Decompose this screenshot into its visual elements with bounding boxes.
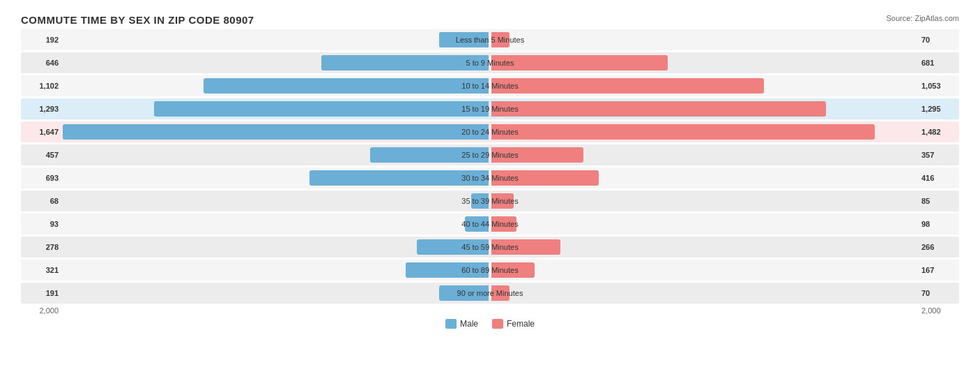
male-bar <box>417 239 489 255</box>
female-value: 357 <box>917 151 959 159</box>
female-value: 70 <box>917 36 959 44</box>
female-bar <box>491 124 875 140</box>
bars-center: 10 to 14 Minutes <box>63 75 917 96</box>
male-bar-wrap <box>63 147 490 163</box>
chart-row: 1,293 15 to 19 Minutes 1,295 <box>21 98 959 119</box>
male-bar <box>439 285 489 301</box>
female-bar <box>491 78 764 94</box>
chart-row: 646 5 to 9 Minutes 681 <box>21 52 959 73</box>
male-bar-wrap <box>63 78 490 94</box>
male-bar <box>406 262 489 278</box>
axis-right: 2,000 <box>917 306 959 315</box>
male-value: 93 <box>21 220 63 228</box>
source-label: Source: ZipAtlas.com <box>886 14 959 22</box>
male-value: 192 <box>21 36 63 44</box>
female-bar <box>491 262 535 278</box>
male-bar <box>465 216 489 232</box>
male-bar-wrap <box>63 170 490 186</box>
female-bar <box>491 170 599 186</box>
female-value: 167 <box>917 266 959 274</box>
chart-row: 192 Less than 5 Minutes 70 <box>21 29 959 50</box>
chart-container: COMMUTE TIME BY SEX IN ZIP CODE 80907 So… <box>21 14 959 329</box>
male-bar <box>471 193 489 209</box>
bars-center: 15 to 19 Minutes <box>63 98 917 119</box>
male-bar-wrap <box>63 55 490 70</box>
female-bar <box>491 147 583 163</box>
bars-center: 20 to 24 Minutes <box>63 121 917 142</box>
female-value: 85 <box>917 197 959 205</box>
male-bar-wrap <box>63 239 490 255</box>
female-value: 681 <box>917 59 959 67</box>
female-bar-wrap <box>490 101 917 117</box>
female-bar <box>491 55 668 70</box>
chart-area: 192 Less than 5 Minutes 70 646 5 to 9 Mi… <box>21 29 959 304</box>
legend: Male Female <box>21 319 959 329</box>
male-bar-wrap <box>63 32 490 47</box>
chart-row: 68 35 to 39 Minutes 85 <box>21 191 959 211</box>
chart-row: 457 25 to 29 Minutes 357 <box>21 144 959 165</box>
chart-row: 191 90 or more Minutes 70 <box>21 283 959 304</box>
male-value: 1,102 <box>21 82 63 90</box>
male-value: 646 <box>21 59 63 67</box>
female-value: 416 <box>917 174 959 182</box>
female-value: 1,482 <box>917 128 959 136</box>
male-value: 68 <box>21 197 63 205</box>
bars-center: 90 or more Minutes <box>63 283 917 304</box>
female-bar-wrap <box>490 55 917 70</box>
bars-center: 35 to 39 Minutes <box>63 191 917 211</box>
female-value: 1,295 <box>917 105 959 113</box>
female-value: 70 <box>917 289 959 297</box>
bars-center: 5 to 9 Minutes <box>63 52 917 73</box>
bars-center: 25 to 29 Minutes <box>63 144 917 165</box>
male-bar <box>321 55 489 70</box>
female-bar <box>491 285 510 301</box>
female-bar-wrap <box>490 216 917 232</box>
bars-center: 40 to 44 Minutes <box>63 214 917 234</box>
male-value: 457 <box>21 151 63 159</box>
male-bar-wrap <box>63 193 490 209</box>
bars-center: 45 to 59 Minutes <box>63 237 917 258</box>
chart-row: 93 40 to 44 Minutes 98 <box>21 214 959 234</box>
female-bar <box>491 101 826 117</box>
male-value: 1,647 <box>21 128 63 136</box>
male-bar-wrap <box>63 216 490 232</box>
male-value: 191 <box>21 289 63 297</box>
chart-row: 693 30 to 34 Minutes 416 <box>21 167 959 188</box>
female-bar-wrap <box>490 124 917 140</box>
female-value: 1,053 <box>917 82 959 90</box>
bars-center: Less than 5 Minutes <box>63 29 917 50</box>
male-value: 321 <box>21 266 63 274</box>
female-bar <box>491 216 516 232</box>
chart-row: 1,102 10 to 14 Minutes 1,053 <box>21 75 959 96</box>
female-bar-wrap <box>490 285 917 301</box>
female-value: 98 <box>917 220 959 228</box>
male-bar-wrap <box>63 262 490 278</box>
legend-female: Female <box>492 319 535 329</box>
chart-title: COMMUTE TIME BY SEX IN ZIP CODE 80907 <box>21 14 254 26</box>
female-bar-wrap <box>490 32 917 47</box>
legend-male-label: Male <box>460 319 478 329</box>
legend-female-label: Female <box>507 319 535 329</box>
male-value: 278 <box>21 243 63 251</box>
bars-center: 30 to 34 Minutes <box>63 167 917 188</box>
female-bar-wrap <box>490 147 917 163</box>
female-value: 266 <box>917 243 959 251</box>
bars-center: 60 to 89 Minutes <box>63 260 917 281</box>
male-bar-wrap <box>63 285 490 301</box>
female-bar-wrap <box>490 262 917 278</box>
male-bar-wrap <box>63 101 490 117</box>
axis-left: 2,000 <box>21 306 63 315</box>
chart-row: 278 45 to 59 Minutes 266 <box>21 237 959 258</box>
female-bar <box>491 32 510 47</box>
legend-male-box <box>445 319 457 329</box>
female-bar-wrap <box>490 170 917 186</box>
male-bar <box>63 124 489 140</box>
male-value: 693 <box>21 174 63 182</box>
axis-row: 2,000 2,000 <box>21 306 959 315</box>
chart-row: 321 60 to 89 Minutes 167 <box>21 260 959 281</box>
female-bar <box>491 239 560 255</box>
legend-male: Male <box>445 319 478 329</box>
legend-female-box <box>492 319 503 329</box>
male-value: 1,293 <box>21 105 63 113</box>
chart-row: 1,647 20 to 24 Minutes 1,482 <box>21 121 959 142</box>
